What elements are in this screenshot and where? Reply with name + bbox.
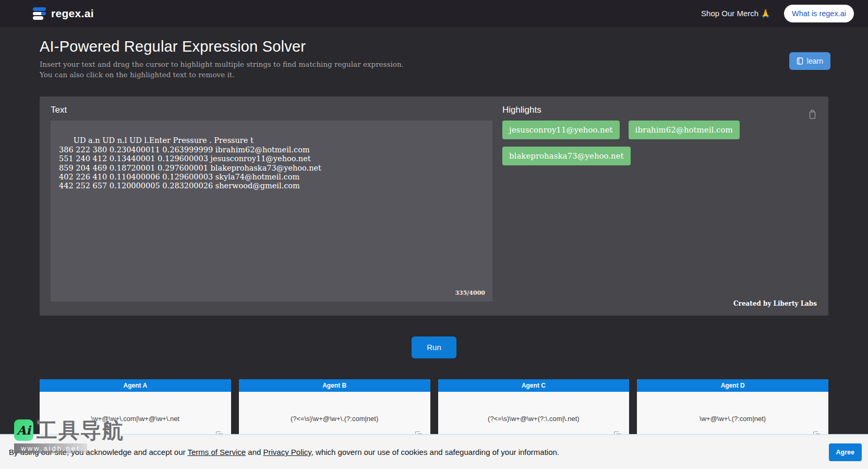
text-input-area[interactable]: UD a.n UD n.l UD l.Enter Pressure . Pres…: [51, 121, 492, 302]
main-content: AI-Powered Regular Expression Solver Ins…: [0, 38, 868, 459]
terms-of-service-link[interactable]: Terms of Service: [187, 448, 246, 456]
agent-name: Agent B: [239, 379, 430, 392]
agent-regex-result: \w+@\w+\.(?:com|net): [637, 392, 828, 423]
run-button[interactable]: Run: [412, 336, 456, 358]
agent-regex-result: (?<=\s)\w+@\w+\.(?:com|net): [239, 392, 430, 423]
agent-regex-result: (?<=\s)\w+@\w+(?:\.com|\.net): [438, 392, 630, 423]
nav-right: Shop Our Merch 🙏 What is regex.ai: [701, 5, 854, 22]
agent-regex-result: \w+@\w+\.com|\w+@\w+\.net: [40, 392, 231, 423]
highlight-pill[interactable]: ibrahim62@hotmeil.com: [629, 121, 740, 139]
watermark: Ai 工具导航 www.aidh.net: [14, 419, 124, 453]
book-icon: [797, 57, 803, 65]
workspace-panel: Text UD a.n UD n.l UD l.Enter Pressure .…: [40, 97, 828, 316]
learn-button-label: learn: [807, 57, 823, 65]
text-panel-label: Text: [51, 105, 67, 115]
cookie-text-after: , which govern our use of cookies and sa…: [311, 448, 559, 456]
agree-button[interactable]: Agree: [829, 443, 862, 461]
cookie-banner: By using our site, you acknowledge and a…: [0, 434, 868, 469]
regex-ai-logo-icon: [33, 7, 46, 20]
watermark-title: 工具导航: [37, 420, 124, 441]
learn-button[interactable]: learn: [789, 52, 830, 70]
privacy-policy-link[interactable]: Privacy Policy: [263, 448, 311, 456]
brand[interactable]: regex.ai: [33, 7, 94, 20]
watermark-url: www.aidh.net: [14, 443, 87, 453]
agent-name: Agent D: [637, 379, 828, 392]
subtitle-line1: Insert your text and drag the cursor to …: [40, 59, 828, 70]
brand-name: regex.ai: [51, 7, 94, 20]
highlights-list: jesusconroy11@yehoo.netibrahim62@hotmeil…: [502, 121, 779, 165]
highlight-pill[interactable]: blakeprohaska73@yehoo.net: [502, 147, 631, 165]
highlight-pill[interactable]: jesusconroy11@yehoo.net: [502, 121, 620, 139]
navbar: regex.ai Shop Our Merch 🙏 What is regex.…: [0, 0, 868, 27]
char-counter: 335/4000: [455, 288, 485, 297]
text-content: UD a.n UD n.l UD l.Enter Pressure . Pres…: [59, 136, 321, 190]
highlights-panel-label: Highlights: [502, 105, 541, 115]
cookie-text-middle: and: [246, 448, 263, 456]
aidh-logo-icon: Ai: [14, 419, 33, 441]
shop-merch-link[interactable]: Shop Our Merch 🙏: [701, 9, 770, 18]
agent-name: Agent C: [438, 379, 630, 392]
subtitle-line2: You can also click on the highlighted te…: [40, 70, 828, 80]
credit-label: Created by Liberty Labs: [733, 300, 817, 307]
agent-name: Agent A: [40, 379, 231, 392]
trash-icon[interactable]: [808, 109, 817, 119]
what-is-regexai-button[interactable]: What is regex.ai: [784, 5, 854, 22]
page-title: AI-Powered Regular Expression Solver: [40, 38, 828, 55]
